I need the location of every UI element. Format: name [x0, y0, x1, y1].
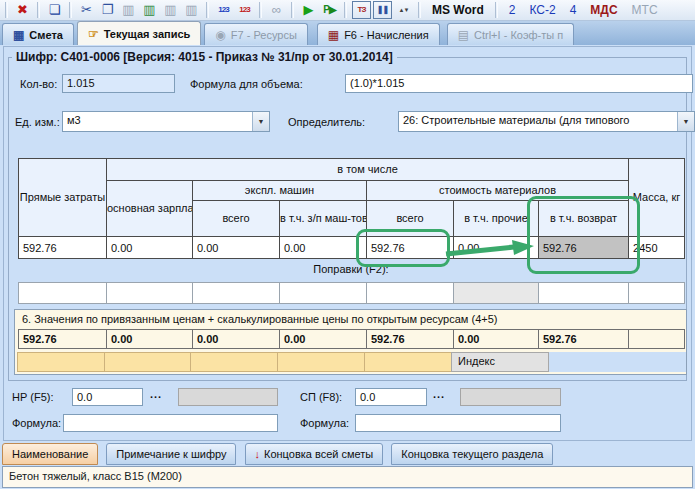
dropdown-arrow-icon[interactable]: ▼: [252, 112, 269, 131]
adjustment-cell[interactable]: [539, 283, 629, 304]
tab-label: F7 - Ресурсы: [231, 29, 297, 41]
adjustment-cell[interactable]: [107, 283, 193, 304]
view-tabbar: ▦ Смета ☞ Текущая запись ◉ F7 - Ресурсы …: [0, 21, 695, 45]
form-4-button[interactable]: 4: [570, 3, 577, 17]
sp-label: СП (F8):: [300, 391, 342, 403]
ms-word-button[interactable]: MS Word: [432, 3, 484, 17]
adjustment-cell[interactable]: [280, 283, 367, 304]
tab-label: Концовка текущего раздела: [401, 448, 543, 460]
determiner-value: 26: Строительные материалы (для типового: [399, 112, 677, 131]
tab-name[interactable]: Наименование: [2, 443, 98, 465]
sp-browse-button[interactable]: ...: [433, 388, 445, 400]
spinner-icon[interactable]: ▲▼: [394, 1, 413, 19]
clipboard-copy-icon[interactable]: ▥: [182, 1, 201, 19]
estimate-record-window: ✖ ❏ ✂ ❐ ▥ ▥ ▥ ▥ 123 123 ∞ ▶ P▶ ТЗ ❚❚ ▲▼ …: [0, 0, 695, 489]
tab-ending-whole-estimate[interactable]: ↓ Концовка всей сметы: [245, 443, 384, 465]
clipboard-view-icon[interactable]: ▥: [161, 1, 180, 19]
unit-label: Ед. изм.:: [15, 116, 60, 128]
index-cell[interactable]: [104, 352, 191, 372]
nr-label: НР (F5):: [12, 391, 54, 403]
cell-machines-salary[interactable]: 0.00: [280, 237, 367, 259]
mds-button[interactable]: МДС: [590, 3, 617, 17]
volume-formula-label: Формула для объема:: [190, 78, 303, 90]
tab-smeta[interactable]: ▦ Смета: [2, 23, 74, 45]
tab-f7-resources[interactable]: ◉ F7 - Ресурсы: [204, 23, 307, 45]
section6-values-row: 592.76 0.00 0.00 0.00 592.76 0.00 592.76: [18, 329, 685, 349]
s6-cell-materials-other: 0.00: [454, 330, 539, 349]
index-cell[interactable]: [190, 352, 278, 372]
nr-browse-button[interactable]: ...: [150, 388, 162, 400]
calculator-icon: ▦: [328, 28, 339, 42]
mts-button[interactable]: МТС: [632, 3, 658, 17]
copy-icon[interactable]: ❐: [98, 1, 117, 19]
adjustments-row: [18, 282, 685, 304]
cell-direct-costs[interactable]: 592.76: [19, 237, 107, 259]
adjustment-cell[interactable]: [367, 283, 454, 304]
qty-input[interactable]: 1.015: [62, 74, 175, 93]
tab-label: Ctrl+I - Коэф-ты п: [474, 29, 563, 41]
cell-base-salary[interactable]: 0.00: [107, 237, 193, 259]
paste-add-icon[interactable]: ▥: [140, 1, 159, 19]
grid-icon: ▦: [13, 28, 24, 42]
index-cell[interactable]: [364, 352, 452, 372]
cell-machines-total[interactable]: 0.00: [193, 237, 280, 259]
renumber-back-icon[interactable]: 123: [235, 1, 254, 19]
nr-formula-label: Формула:: [12, 417, 61, 429]
form-2-button[interactable]: 2: [509, 3, 516, 17]
tab-label: Наименование: [12, 448, 88, 460]
tab-label: Текущая запись: [104, 28, 191, 40]
cut-icon[interactable]: ✂: [77, 1, 96, 19]
run-icon[interactable]: ▶: [299, 1, 318, 19]
dropdown-arrow-icon[interactable]: ▼: [677, 112, 694, 131]
sp-formula-input[interactable]: [355, 414, 561, 432]
run-report-icon[interactable]: P▶: [320, 1, 339, 19]
adjustment-cell[interactable]: [629, 283, 685, 304]
columns-icon[interactable]: ❚❚: [373, 1, 392, 19]
qty-label: Кол-во:: [20, 78, 57, 90]
coefficients-icon: ▤: [458, 28, 469, 42]
cipher-group-title: Шифр: С401-0006 [Версия: 4015 - Приказ №…: [12, 50, 397, 64]
header-base-salary: основная зарплата: [107, 181, 193, 237]
header-machines-salary: в т.ч. з/п маш-тов: [280, 201, 367, 237]
ks-2-button[interactable]: КС-2: [529, 3, 555, 17]
unit-value: м3: [63, 112, 252, 131]
nr-formula-input[interactable]: [63, 414, 278, 432]
toolbar-separator: [344, 2, 347, 18]
tab-ctrl-i-coefficients[interactable]: ▤ Ctrl+I - Коэф-ты п: [447, 23, 575, 45]
section6-title: 6. Значения по привязанным ценам + скаль…: [22, 313, 497, 325]
save-record-icon[interactable]: ❏: [45, 1, 64, 19]
item-description[interactable]: Бетон тяжелый, класс В15 (М200): [2, 466, 693, 488]
toolbar-separator: [37, 2, 40, 18]
index-cell[interactable]: [17, 352, 105, 372]
tab-label: Концовка всей сметы: [264, 448, 373, 460]
sp-disabled-box: [460, 388, 561, 406]
toolbar-separator: [69, 2, 72, 18]
find-icon[interactable]: ∞: [267, 1, 286, 19]
nr-input[interactable]: 0.0: [72, 388, 143, 406]
header-including: в том числе: [107, 159, 629, 181]
volume-formula-input[interactable]: (1.0)*1.015: [345, 74, 693, 93]
tab-f6-charges[interactable]: ▦ F6 - Начисления: [317, 23, 440, 45]
index-label: Индекс: [451, 352, 549, 372]
renumber-forward-icon[interactable]: 123: [214, 1, 233, 19]
tab-note-to-cipher[interactable]: Примечание к шифру: [106, 443, 236, 465]
tz-icon[interactable]: ТЗ: [352, 1, 371, 19]
tab-ending-current-section[interactable]: Концовка текущего раздела: [391, 443, 553, 465]
index-cell[interactable]: [277, 352, 365, 372]
sp-input[interactable]: 0.0: [355, 388, 427, 406]
toolbar-separator: [418, 2, 421, 18]
unit-combobox[interactable]: м3 ▼: [62, 111, 270, 132]
adjustment-cell[interactable]: [193, 283, 280, 304]
bottom-tabbar: Наименование Примечание к шифру ↓ Концов…: [2, 443, 693, 466]
toolbar-separator: [5, 2, 8, 18]
paste-icon[interactable]: ▥: [119, 1, 138, 19]
annotation-rect-materials-total: [356, 229, 450, 267]
adjustment-cell-disabled: [454, 283, 539, 304]
s6-cell-direct: 592.76: [19, 330, 107, 349]
delete-icon[interactable]: ✖: [13, 1, 32, 19]
adjustment-cell[interactable]: [19, 283, 107, 304]
tab-current-record[interactable]: ☞ Текущая запись: [77, 21, 201, 45]
determiner-label: Определитель:: [288, 116, 365, 128]
down-arrow-icon: ↓: [255, 448, 261, 460]
determiner-combobox[interactable]: 26: Строительные материалы (для типового…: [398, 111, 695, 132]
